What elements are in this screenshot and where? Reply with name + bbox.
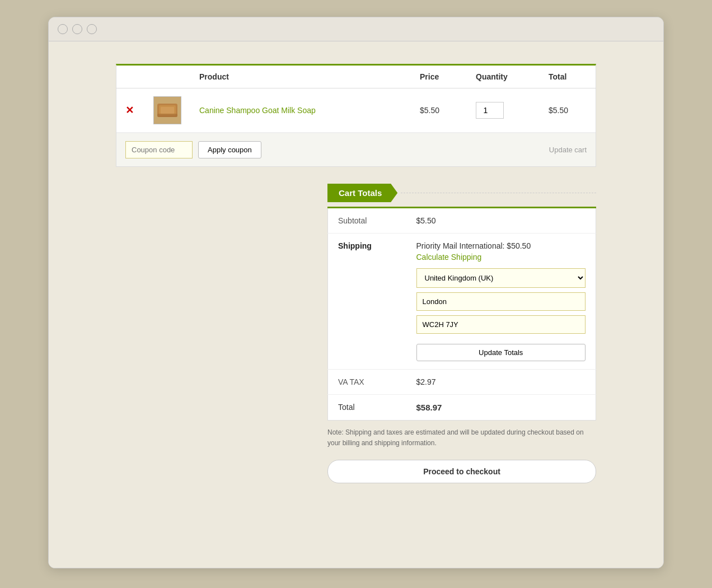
calculate-shipping-link[interactable]: Calculate Shipping [416, 253, 586, 262]
col-header-product: Product [190, 66, 411, 88]
cart-totals-header: Cart Totals [327, 184, 596, 202]
browser-content: Product Price Quantity Total ✕ [49, 41, 663, 568]
svg-rect-2 [161, 107, 174, 114]
item-total: $5.50 [549, 106, 568, 115]
vatax-row: VA TAX $2.97 [328, 370, 596, 395]
totals-table: Subtotal $5.50 Shipping Priority Mail In… [327, 207, 596, 421]
subtotal-label: Subtotal [328, 208, 406, 234]
cart-totals-section: Cart Totals Subtotal $5.50 Shipping Prio… [327, 184, 596, 483]
col-header-total: Total [540, 66, 596, 88]
minimize-button[interactable] [72, 24, 82, 34]
col-header-price: Price [411, 66, 467, 88]
total-row: Total $58.97 [328, 395, 596, 421]
quantity-input[interactable] [476, 102, 504, 119]
maximize-button[interactable] [87, 24, 97, 34]
postcode-input[interactable] [416, 315, 586, 334]
browser-chrome [49, 17, 663, 41]
total-label: Total [328, 395, 406, 421]
svg-rect-3 [157, 114, 177, 117]
col-header-quantity: Quantity [467, 66, 540, 88]
cart-table-wrapper: Product Price Quantity Total ✕ [116, 64, 596, 167]
vatax-label: VA TAX [328, 370, 406, 395]
shipping-fields: United Kingdom (UK) Update Totals [416, 268, 586, 361]
col-header-remove [116, 66, 144, 88]
update-totals-button[interactable]: Update Totals [416, 344, 586, 361]
cart-table: Product Price Quantity Total ✕ [116, 66, 596, 133]
subtotal-row: Subtotal $5.50 [328, 208, 596, 234]
product-thumbnail [153, 96, 181, 124]
city-input[interactable] [416, 292, 586, 311]
total-cell: $5.50 [540, 88, 596, 133]
vatax-value: $2.97 [406, 370, 596, 395]
qty-cell [467, 88, 540, 133]
country-select[interactable]: United Kingdom (UK) [416, 268, 586, 288]
shipping-note: Note: Shipping and taxes are estimated a… [327, 427, 596, 449]
remove-item-button[interactable]: ✕ [125, 105, 134, 116]
thumbnail-cell [144, 88, 190, 133]
cart-totals-title: Cart Totals [327, 184, 397, 202]
cart-totals-line [401, 193, 596, 193]
col-header-thumbnail [144, 66, 190, 88]
product-link[interactable]: Canine Shampoo Goat Milk Soap [199, 106, 316, 115]
proceed-to-checkout-button[interactable]: Proceed to checkout [327, 460, 596, 483]
shipping-cell: Priority Mail International: $50.50 Calc… [406, 234, 596, 370]
coupon-row: Apply coupon Update cart [116, 133, 596, 166]
total-value: $58.97 [406, 395, 596, 421]
browser-window: Product Price Quantity Total ✕ [48, 17, 664, 568]
price-cell: $5.50 [411, 88, 467, 133]
table-row: ✕ [116, 88, 596, 133]
remove-cell: ✕ [116, 88, 144, 133]
coupon-left: Apply coupon [125, 141, 261, 158]
apply-coupon-button[interactable]: Apply coupon [198, 141, 261, 158]
product-name-cell: Canine Shampoo Goat Milk Soap [190, 88, 411, 133]
coupon-input[interactable] [125, 141, 193, 158]
shipping-method: Priority Mail International: $50.50 [416, 241, 531, 250]
shipping-label: Shipping [328, 234, 406, 370]
subtotal-value: $5.50 [406, 208, 596, 234]
close-button[interactable] [58, 24, 68, 34]
item-price: $5.50 [420, 106, 439, 115]
shipping-row: Shipping Priority Mail International: $5… [328, 234, 596, 370]
update-cart-button[interactable]: Update cart [549, 146, 587, 154]
